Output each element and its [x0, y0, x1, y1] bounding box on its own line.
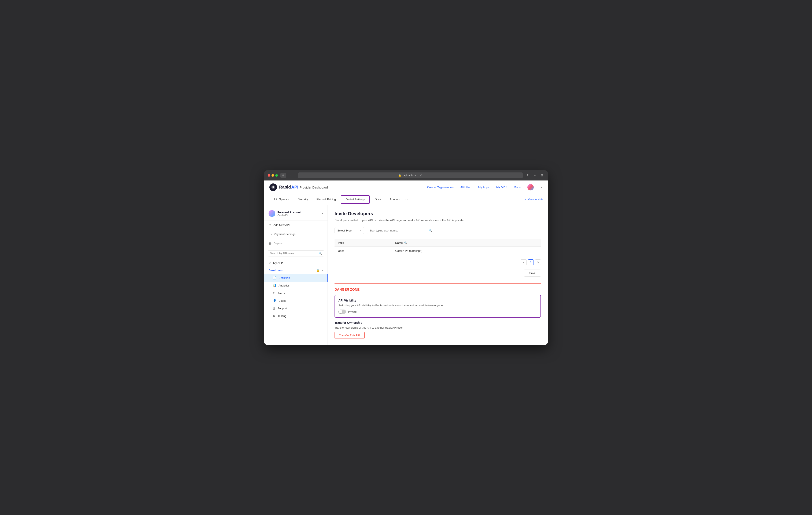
address-bar[interactable]: 🔒 rapidapi.com ↺ [298, 172, 523, 179]
nav-arrows: ‹ › [289, 173, 295, 178]
user-search-button[interactable]: 🔍 [426, 227, 434, 234]
add-tab-icon[interactable]: ＋ [532, 173, 538, 178]
select-type-dropdown[interactable]: Select Type ▾ [335, 227, 364, 234]
fake-users-chevron: ▲ [321, 269, 323, 271]
sidebar-my-apis[interactable]: ◎ My APIs [264, 259, 327, 267]
sidebar-search[interactable]: 🔍 [268, 250, 324, 256]
nav-create-org[interactable]: Create Organization [427, 186, 454, 189]
sidebar-support[interactable]: ◎ Support [264, 239, 327, 248]
sidebar-item-definition[interactable]: 📄 Definition [264, 274, 327, 281]
subnav-right: ↗ View in Hub [524, 198, 543, 201]
subnav-security[interactable]: Security [293, 194, 312, 205]
transfer-api-button[interactable]: Transfer This API [335, 332, 365, 339]
browser-window: ⊡ ‹ › 🔒 rapidapi.com ↺ ⬆ ＋ ⊞ R RapidAPI [264, 170, 548, 345]
col-type: Type [335, 239, 392, 247]
nav-links: Create Organization API Hub My Apps My A… [427, 184, 543, 190]
sidebar-user[interactable]: Personal Account Catalin Pit ▾ [264, 209, 327, 220]
sidebar-user-info: Personal Account Catalin Pit [278, 211, 320, 216]
more-menu-button[interactable]: ··· [404, 198, 410, 201]
browser-chrome: ⊡ ‹ › 🔒 rapidapi.com ↺ ⬆ ＋ ⊞ [264, 170, 548, 181]
nav-api-hub[interactable]: API Hub [460, 186, 471, 189]
pagination-page-1[interactable]: 1 [528, 260, 534, 265]
testing-icon: ⚙ [273, 314, 276, 318]
subnav-plans-pricing[interactable]: Plans & Pricing [312, 194, 340, 205]
lock-icon: 🔒 [398, 174, 401, 177]
testing-label: Testing [278, 315, 286, 318]
add-new-api-label: Add New API [273, 223, 290, 226]
forward-button[interactable]: › [292, 173, 295, 178]
fake-users-lock-icon: 🔒 [316, 269, 320, 272]
save-button[interactable]: Save [524, 270, 541, 276]
user-search-input[interactable] [367, 227, 426, 234]
browser-actions: ⬆ ＋ ⊞ [525, 173, 544, 178]
back-button[interactable]: ‹ [289, 173, 292, 178]
users-icon: 👤 [273, 299, 277, 302]
support-label: Support [273, 242, 283, 245]
nav-my-apps[interactable]: My Apps [478, 186, 490, 189]
sidebar-item-testing[interactable]: ⚙ Testing [264, 312, 327, 320]
user-search-input-wrapper: 🔍 [367, 227, 434, 234]
subnav-ann-label: Announ [390, 198, 400, 201]
pagination-next[interactable]: > [535, 260, 541, 265]
maximize-button[interactable] [275, 174, 278, 177]
nav-docs[interactable]: Docs [514, 186, 521, 189]
invite-title: Invite Developers [335, 211, 541, 216]
sidebar-item-alerts[interactable]: ⏱ Alerts [264, 289, 327, 297]
danger-divider [335, 283, 541, 283]
sidebar-user-chevron: ▾ [322, 212, 323, 215]
external-link-icon: ↗ [524, 198, 527, 201]
sidebar-add-new-api[interactable]: ⊕ Add New API [264, 220, 327, 229]
name-filter-icon[interactable]: 🔍 [404, 241, 407, 244]
analytics-label: Analytics [279, 284, 289, 287]
url-text: rapidapi.com [403, 174, 417, 177]
sidebar-item-support[interactable]: ◎ Support [264, 304, 327, 312]
pagination-prev[interactable]: < [521, 260, 526, 265]
toggle-knob [339, 310, 342, 314]
sidebar-search-input[interactable] [270, 252, 317, 255]
payment-icon: ▭ [268, 232, 272, 236]
sidebar: Personal Account Catalin Pit ▾ ⊕ Add New… [264, 205, 328, 345]
private-toggle[interactable] [338, 309, 346, 314]
close-button[interactable] [268, 174, 270, 177]
svg-text:R: R [272, 186, 274, 189]
fullscreen-icon[interactable]: ⊞ [539, 173, 544, 178]
sidebar-fake-users-header[interactable]: Fake Users 🔒 ▲ [264, 267, 327, 274]
transfer-title: Transfer Ownership [335, 321, 541, 324]
subnav-global-settings-label: Global Settings [346, 198, 365, 201]
sidebar-support-label: Support [278, 307, 287, 310]
sidebar-payment-settings[interactable]: ▭ Payment Settings [264, 229, 327, 239]
reload-icon[interactable]: ↺ [420, 174, 422, 177]
support-icon: ◎ [268, 241, 271, 245]
share-icon[interactable]: ⬆ [525, 173, 530, 178]
subnav-global-settings[interactable]: Global Settings [341, 195, 370, 204]
subnav-api-specs[interactable]: API Specs ▾ [269, 194, 293, 205]
traffic-lights [268, 174, 278, 177]
user-avatar[interactable] [527, 184, 534, 190]
pagination: < 1 > [335, 260, 541, 265]
view-in-hub-link[interactable]: ↗ View in Hub [524, 198, 543, 201]
sidebar-user-avatar [268, 210, 275, 217]
alerts-label: Alerts [278, 292, 285, 295]
tab-icon[interactable]: ⊡ [281, 173, 286, 178]
user-dropdown-chevron[interactable]: ▼ [541, 186, 543, 188]
analytics-icon: 📊 [273, 284, 277, 287]
sidebar-search-icon: 🔍 [318, 252, 322, 255]
logo-area: R RapidAPI Provider Dashboard [269, 184, 328, 191]
sidebar-item-users[interactable]: 👤 Users [264, 297, 327, 304]
transfer-desc: Transfer ownership of this API to anothe… [335, 326, 541, 329]
api-visibility-card: API Visibility Switching your API visibi… [335, 295, 541, 318]
payment-settings-label: Payment Settings [274, 233, 295, 236]
provider-label: Provider Dashboard [300, 186, 328, 189]
api-visibility-title: API Visibility [338, 299, 537, 302]
row-type: User [335, 247, 392, 255]
my-apis-icon: ◎ [268, 261, 271, 265]
subnav-docs[interactable]: Docs [371, 194, 385, 205]
users-label: Users [279, 299, 286, 302]
minimize-button[interactable] [271, 174, 274, 177]
main-layout: Personal Account Catalin Pit ▾ ⊕ Add New… [264, 205, 548, 345]
invite-controls-row: Select Type ▾ 🔍 [335, 227, 541, 234]
sidebar-item-analytics[interactable]: 📊 Analytics [264, 281, 327, 289]
top-nav: R RapidAPI Provider Dashboard Create Org… [264, 181, 548, 194]
nav-my-apis[interactable]: My APIs [496, 185, 507, 189]
subnav-announcements[interactable]: Announ [385, 194, 404, 205]
